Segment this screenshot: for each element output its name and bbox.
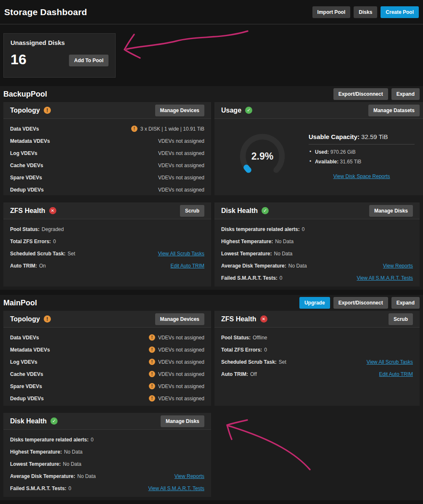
edit-auto-trim-link[interactable]: Edit Auto TRIM <box>171 263 204 269</box>
pool-actions: Export/Disconnect Expand <box>333 88 420 100</box>
health-row: Lowest Temperature:No Data <box>10 458 204 470</box>
warning-icon: ! <box>44 315 51 323</box>
check-icon: ✓ <box>245 107 252 114</box>
row-label: Auto TRIM: <box>10 263 37 269</box>
row-label: Lowest Temperature: <box>10 461 61 467</box>
warning-icon: ! <box>149 334 155 341</box>
upgrade-button[interactable]: Upgrade <box>299 297 330 309</box>
topology-card: Topology ! Manage Devices Data VDEVs !VD… <box>3 311 211 406</box>
card-header: ZFS Health ✕ Scrub <box>3 202 211 219</box>
health-row: Total ZFS Errors:0 <box>221 344 413 356</box>
check-icon: ✓ <box>50 417 58 425</box>
view-reports-link[interactable]: View Reports <box>383 263 413 269</box>
export-disconnect-button[interactable]: Export/Disconnect <box>333 88 388 100</box>
view-all-smart-tests-link[interactable]: View All S.M.A.R.T. Tests <box>148 486 204 491</box>
row-label: Failed S.M.A.R.T. Tests: <box>221 275 278 281</box>
row-value: VDEVs not assigned <box>158 175 204 181</box>
row-label: Dedup VDEVs <box>10 187 44 193</box>
row-label: Scheduled Scrub Task: <box>10 251 66 257</box>
pool-section-mainpool: MainPool Upgrade Export/Disconnect Expan… <box>0 295 423 500</box>
row-label: Highest Temperature: <box>221 239 273 244</box>
zfs-health-card: ZFS Health ✕ Scrub Pool Status:Offline T… <box>214 311 420 406</box>
warning-icon: ! <box>149 383 155 389</box>
row-label: Cache VDEVs <box>10 163 43 168</box>
usage-percent: 2.9% <box>236 130 288 182</box>
row-value: No Data <box>63 461 81 467</box>
annotation-arrow-unassigned-disks <box>124 31 248 58</box>
pool-header: BackupPool Export/Disconnect Expand <box>0 86 423 102</box>
row-label: Failed S.M.A.R.T. Tests: <box>10 486 66 491</box>
row-value: VDEVs not assigned <box>158 187 204 193</box>
edit-auto-trim-link[interactable]: Edit Auto TRIM <box>379 371 413 377</box>
pool-name: MainPool <box>3 299 37 307</box>
zfs-health-rows: Pool Status:Degraded Total ZFS Errors:0 … <box>3 219 211 286</box>
import-pool-button[interactable]: Import Pool <box>312 6 351 18</box>
row-label: Average Disk Temperature: <box>221 263 286 269</box>
export-disconnect-button[interactable]: Export/Disconnect <box>333 297 388 309</box>
manage-disks-button[interactable]: Manage Disks <box>161 415 204 427</box>
manage-devices-button[interactable]: Manage Devices <box>155 313 204 325</box>
row-label: Pool Status: <box>221 335 251 341</box>
view-all-smart-tests-link[interactable]: View All S.M.A.R.T. Tests <box>357 275 413 281</box>
disk-health-rows: Disks temperature related alerts:0 Highe… <box>3 430 211 498</box>
create-pool-button[interactable]: Create Pool <box>381 6 419 18</box>
row-value: 3 x DISK | 1 wide | 10.91 TiB <box>140 126 204 132</box>
warning-icon: ! <box>149 346 155 353</box>
row-value: 0 <box>302 226 305 232</box>
view-reports-link[interactable]: View Reports <box>174 473 204 479</box>
topology-row: Dedup VDEVs !VDEVs not assigned <box>10 392 204 404</box>
warning-icon: ! <box>149 371 155 377</box>
manage-devices-button[interactable]: Manage Devices <box>155 105 204 116</box>
topology-row: Log VDEVs !VDEVs not assigned <box>10 356 204 368</box>
row-label: Data VDEVs <box>10 335 39 341</box>
usage-info: Usable Capacity: 32.59 TiB Used: 970.26 … <box>309 133 415 179</box>
scrub-button[interactable]: Scrub <box>180 205 204 217</box>
warning-icon: ! <box>131 126 137 132</box>
row-value: Degraded <box>42 226 64 232</box>
health-row: Pool Status:Degraded <box>10 223 204 235</box>
expand-button[interactable]: Expand <box>391 297 420 309</box>
warning-icon: ! <box>149 395 155 402</box>
topology-row: Data VDEVs !3 x DISK | 1 wide | 10.91 Ti… <box>10 123 204 135</box>
disk-health-rows: Disks temperature related alerts:0 Highe… <box>214 219 420 287</box>
row-value: 0 <box>91 437 94 443</box>
disk-health-card: Disk Health ✓ Manage Disks Disks tempera… <box>214 202 420 286</box>
row-value: Set <box>279 359 286 365</box>
view-all-scrub-tasks-link[interactable]: View All Scrub Tasks <box>158 251 204 257</box>
unassigned-disks-title: Unassigned Disks <box>11 39 108 46</box>
manage-datasets-button[interactable]: Manage Datasets <box>368 105 420 116</box>
health-row: Auto TRIM:On Edit Auto TRIM <box>10 260 204 272</box>
disks-button[interactable]: Disks <box>354 6 377 18</box>
zfs-health-rows: Pool Status:Offline Total ZFS Errors:0 S… <box>214 328 420 406</box>
error-icon: ✕ <box>49 207 56 214</box>
unassigned-disks-count: 16 <box>11 52 26 66</box>
card-header: Topology ! Manage Devices <box>3 102 211 119</box>
health-row: Pool Status:Offline <box>221 331 413 344</box>
row-value: VDEVs not assigned <box>158 396 204 402</box>
card-header: Usage ✓ Manage Datasets <box>214 102 423 119</box>
add-to-pool-button[interactable]: Add To Pool <box>69 55 108 66</box>
row-value: 0 <box>280 275 283 281</box>
usage-breakdown: Used: 970.26 GiB Available: 31.65 TiB <box>309 149 415 165</box>
manage-disks-button[interactable]: Manage Disks <box>369 205 413 217</box>
usable-capacity-value: 32.59 TiB <box>361 133 388 140</box>
pool-name: BackupPool <box>3 90 47 99</box>
row-value: Set <box>68 251 75 257</box>
usage-card: Usage ✓ Manage Datasets 2.9% Usable Capa… <box>214 102 423 195</box>
available-value: 31.65 TiB <box>340 159 362 165</box>
scrub-button[interactable]: Scrub <box>389 313 413 325</box>
row-label: Cache VDEVs <box>10 371 43 377</box>
topology-row: Data VDEVs !VDEVs not assigned <box>10 331 204 344</box>
topology-row: Cache VDEVs VDEVs not assigned <box>10 159 204 171</box>
health-row: Highest Temperature:No Data <box>221 235 413 247</box>
available-item: Available: 31.65 TiB <box>309 159 415 165</box>
row-label: Metadata VDEVs <box>10 347 50 353</box>
view-disk-space-reports-link[interactable]: View Disk Space Reports <box>333 173 390 179</box>
view-all-scrub-tasks-link[interactable]: View All Scrub Tasks <box>367 359 413 365</box>
row-label: Average Disk Temperature: <box>10 473 75 479</box>
row-label: Auto TRIM: <box>221 371 248 377</box>
row-value: VDEVs not assigned <box>158 335 204 341</box>
row-label: Data VDEVs <box>10 126 39 132</box>
row-label: Dedup VDEVs <box>10 396 44 402</box>
expand-button[interactable]: Expand <box>391 88 420 100</box>
